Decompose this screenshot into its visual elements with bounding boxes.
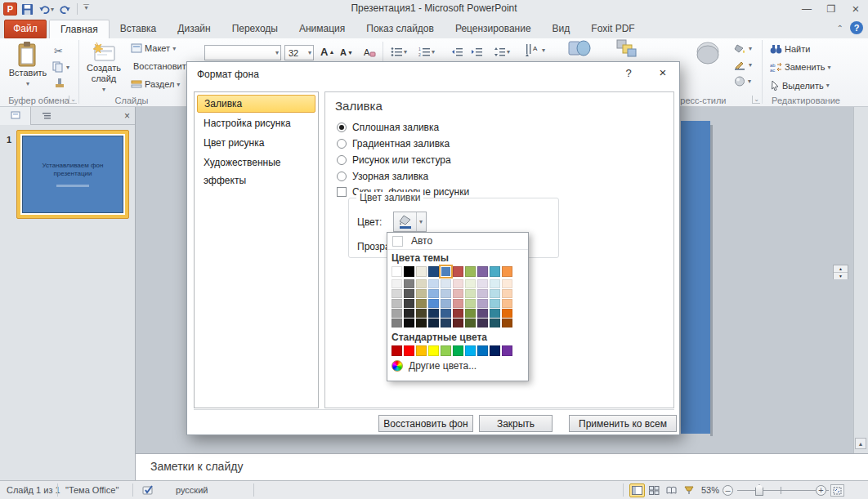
color-swatch[interactable] (416, 299, 427, 308)
color-swatch[interactable] (490, 345, 500, 356)
color-swatch[interactable] (404, 319, 414, 327)
color-swatch[interactable] (404, 299, 414, 308)
previous-slide-button[interactable]: ▲ (855, 438, 866, 449)
tab-Рецензирование[interactable]: Рецензирование (445, 20, 542, 38)
close-panel-icon[interactable]: × (124, 110, 130, 122)
line-spacing-button[interactable]: ▾ (494, 43, 510, 60)
color-swatch[interactable] (465, 299, 476, 308)
tab-Вставка[interactable]: Вставка (110, 20, 168, 38)
paste-button[interactable]: Вставить ▾ (7, 42, 49, 89)
color-swatch[interactable] (465, 279, 476, 288)
quick-styles-button[interactable] (685, 41, 731, 65)
zoom-in-button[interactable]: + (816, 485, 826, 496)
color-swatch[interactable] (465, 309, 476, 318)
color-swatch[interactable] (428, 279, 439, 288)
color-swatch[interactable] (404, 279, 414, 288)
slide-canvas-edge[interactable] (681, 121, 710, 434)
color-swatch[interactable] (391, 289, 402, 298)
color-swatch[interactable] (502, 345, 512, 356)
copy-button[interactable]: ▾ (52, 61, 69, 73)
color-swatch[interactable] (502, 266, 512, 277)
save-button[interactable] (20, 2, 34, 16)
increase-indent-button[interactable] (471, 43, 483, 60)
color-swatch[interactable] (477, 319, 488, 327)
select-button[interactable]: Выделить▾ (770, 80, 830, 91)
color-swatch[interactable] (453, 289, 463, 298)
color-swatch[interactable] (453, 299, 463, 308)
radio-solid-fill[interactable] (337, 123, 347, 132)
tab-Анимация[interactable]: Анимация (289, 20, 356, 38)
shrink-font-button[interactable]: A▼ (340, 44, 353, 60)
reset-background-button[interactable]: Восстановить фон (378, 415, 473, 432)
font-size-combobox[interactable]: 32▾ (284, 45, 314, 60)
tab-Переходы[interactable]: Переходы (221, 20, 289, 38)
color-swatch[interactable] (428, 345, 439, 356)
text-direction-button[interactable]: A▾ (525, 42, 545, 58)
color-swatch[interactable] (416, 289, 427, 298)
shape-fill-button[interactable]: ▾ (734, 43, 752, 54)
color-swatch[interactable] (465, 266, 476, 277)
new-slide-button[interactable]: Создать слайд ▾ (82, 42, 126, 95)
transparency-spinner[interactable]: ▲▼ (833, 265, 848, 279)
color-swatch[interactable] (416, 279, 427, 288)
color-swatch[interactable] (428, 266, 439, 277)
color-dropdown-arrow[interactable]: ▾ (416, 212, 425, 231)
color-swatch[interactable] (441, 289, 451, 298)
color-swatch[interactable] (453, 266, 463, 277)
color-swatch[interactable] (502, 319, 512, 327)
tab-Дизайн[interactable]: Дизайн (167, 20, 221, 38)
numbering-button[interactable]: 12▾ (418, 43, 435, 60)
color-swatch[interactable] (502, 289, 512, 298)
vertical-scrollbar[interactable] (853, 107, 868, 453)
reading-view-button[interactable] (664, 483, 679, 497)
color-swatch[interactable] (416, 266, 427, 277)
close-dialog-button[interactable]: Закрыть (479, 415, 553, 432)
dialog-nav-item[interactable]: Настройка рисунка (197, 114, 315, 132)
tab-Главная[interactable]: Главная (49, 20, 110, 38)
checkbox-hide-background[interactable] (337, 187, 347, 197)
color-swatch[interactable] (416, 345, 427, 356)
color-swatch[interactable] (453, 319, 463, 327)
color-swatch[interactable] (441, 345, 451, 356)
radio-gradient-fill[interactable] (337, 139, 347, 149)
tab-Foxit PDF[interactable]: Foxit PDF (580, 20, 645, 38)
dialog-nav-item[interactable]: Художественные эффекты (197, 154, 315, 172)
reset-slide-button[interactable]: Восстановить (131, 61, 188, 71)
color-swatch[interactable] (490, 309, 500, 318)
color-swatch[interactable] (391, 309, 402, 318)
shape-outline-button[interactable]: ▾ (734, 60, 752, 70)
close-button[interactable]: × (843, 0, 868, 17)
radio-pattern-fill[interactable] (337, 172, 347, 181)
replace-button[interactable]: abac Заменить▾ (770, 62, 830, 72)
color-swatch[interactable] (441, 279, 451, 288)
minimize-button[interactable]: — (794, 0, 819, 17)
color-swatch[interactable] (502, 279, 512, 288)
zoom-level[interactable]: 53% (701, 485, 719, 495)
color-swatch[interactable] (391, 279, 402, 288)
slide-sorter-view-button[interactable] (647, 483, 662, 497)
font-name-combobox[interactable]: ▾ (204, 45, 281, 60)
color-swatch[interactable] (428, 319, 439, 327)
customize-qat-button[interactable]: —▾ (83, 2, 90, 16)
format-painter-button[interactable] (54, 78, 65, 89)
powerpoint-logo-icon[interactable]: P (3, 2, 17, 16)
color-swatch[interactable] (428, 299, 439, 308)
color-swatch[interactable] (502, 309, 512, 318)
grow-font-button[interactable]: A▲ (320, 43, 334, 60)
gradient-fill-option[interactable]: Градиентная заливка (337, 138, 450, 149)
color-swatch[interactable] (441, 266, 451, 277)
tab-file[interactable]: Файл (4, 20, 47, 38)
paste-dropdown-arrow[interactable]: ▾ (26, 78, 29, 89)
more-colors-item[interactable]: Другие цвета... (387, 358, 528, 372)
color-swatch[interactable] (465, 289, 476, 298)
color-dropdown-button[interactable]: ▾ (393, 212, 427, 232)
collapse-ribbon-icon[interactable]: ⌃ (837, 24, 843, 33)
zoom-slider-thumb[interactable] (755, 484, 763, 496)
color-swatch[interactable] (391, 319, 402, 327)
dialog-close-button[interactable]: × (653, 65, 673, 79)
color-swatch[interactable] (453, 309, 463, 318)
color-swatch[interactable] (453, 279, 463, 288)
find-button[interactable]: Найти (770, 44, 810, 54)
picture-texture-option[interactable]: Рисунок или текстура (337, 154, 451, 166)
color-swatch[interactable] (490, 289, 500, 298)
